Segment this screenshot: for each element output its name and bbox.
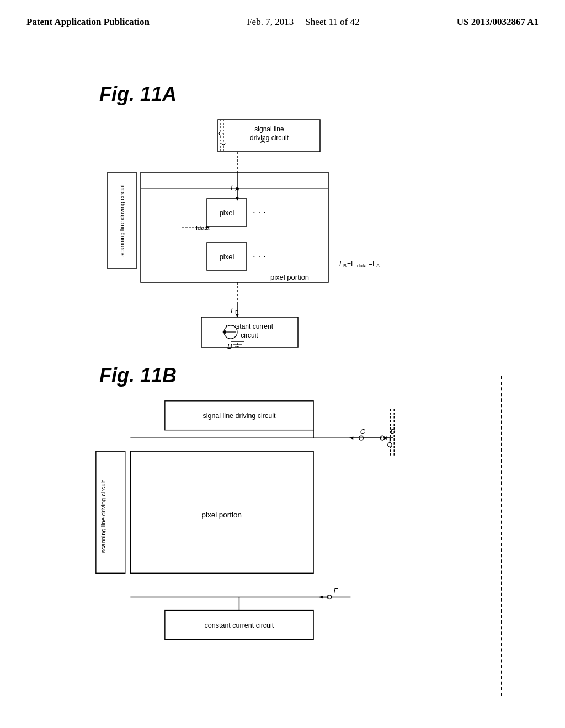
page-header: Patent Application Publication Feb. 7, 2…: [0, 0, 565, 29]
scanning-circuit-label-11a: scanning line driving circuit: [108, 172, 136, 269]
publication-title: Patent Application Publication: [26, 15, 150, 29]
fig-11b-section: Fig. 11B signal line driving circuit pix…: [55, 364, 508, 674]
svg-text:pixel portion: pixel portion: [201, 511, 242, 519]
fig-11b-label: Fig. 11B: [99, 364, 508, 387]
svg-text:C: C: [360, 428, 366, 436]
svg-text:· · ·: · · ·: [253, 251, 266, 261]
svg-text:pixel portion: pixel portion: [270, 273, 309, 281]
svg-point-41: [222, 142, 225, 145]
svg-text:pixel: pixel: [220, 208, 234, 217]
svg-text:B: B: [235, 309, 239, 315]
svg-text:A: A: [376, 263, 380, 269]
svg-text:E: E: [334, 587, 339, 595]
diagram-11b: signal line driving circuit pixel portio…: [88, 398, 486, 674]
svg-text:A: A: [260, 137, 265, 145]
svg-text:signal line driving circuit: signal line driving circuit: [202, 412, 276, 420]
svg-text:data: data: [357, 263, 367, 269]
svg-text:I: I: [231, 183, 233, 191]
diagram-11a-svg: signal line driving circuit pixel pixel …: [110, 117, 486, 349]
header-center: Feb. 7, 2013 Sheet 11 of 42: [247, 15, 359, 29]
scanning-circuit-text-11b: scanning line driving circuit: [99, 480, 107, 553]
fig-11a-section: Fig. 11A signal line driving circuit pix…: [55, 83, 508, 349]
svg-text:circuit: circuit: [241, 331, 258, 339]
svg-text:+I: +I: [347, 260, 353, 267]
publication-date: Feb. 7, 2013: [247, 17, 294, 27]
scanning-circuit-text-11a: scanning line driving circuit: [118, 184, 126, 256]
fig-11a-label: Fig. 11A: [99, 83, 508, 106]
svg-text:pixel: pixel: [220, 253, 234, 261]
svg-text:· · ·: · · ·: [253, 207, 266, 217]
svg-text:B: B: [227, 342, 232, 350]
svg-text:driving circuit: driving circuit: [250, 134, 289, 142]
patent-number: US 2013/0032867 A1: [457, 15, 539, 29]
svg-text:I: I: [231, 306, 233, 314]
svg-text:=I: =I: [369, 260, 374, 267]
diagram-11b-svg: signal line driving circuit pixel portio…: [88, 398, 486, 674]
svg-text:I: I: [339, 260, 342, 267]
svg-text:B: B: [343, 263, 347, 269]
svg-text:D: D: [391, 428, 396, 436]
scanning-circuit-label-11b: scanning line driving circuit: [88, 453, 119, 580]
dashed-border-right: [501, 376, 502, 696]
sheet-info: Sheet 11 of 42: [305, 17, 359, 27]
diagram-11a: signal line driving circuit pixel pixel …: [110, 117, 486, 349]
svg-point-68: [388, 443, 392, 447]
svg-point-20: [236, 187, 239, 190]
svg-text:constant current circuit: constant current circuit: [205, 622, 274, 629]
svg-point-40: [219, 132, 222, 135]
svg-text:signal line: signal line: [254, 125, 284, 133]
